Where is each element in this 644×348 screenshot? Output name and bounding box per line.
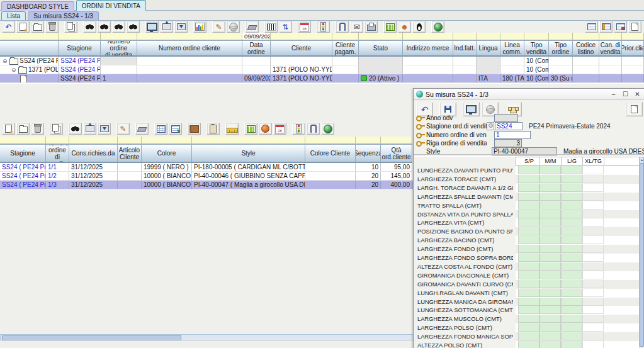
measure-cell-mm[interactable]	[539, 193, 561, 201]
table-next-icon[interactable]	[169, 123, 182, 135]
minimize-button[interactable]: –	[609, 90, 618, 98]
measure-cell-sp[interactable]	[518, 262, 539, 271]
eraser-icon[interactable]	[135, 123, 149, 135]
field-input-riga-ordine-di-vendita[interactable]: 3	[494, 139, 522, 147]
measure-cell-mm[interactable]	[539, 201, 561, 210]
filter-cell-articolo[interactable]	[118, 137, 142, 144]
filter-cell-linea[interactable]	[500, 33, 524, 40]
open-folder-icon[interactable]	[16, 123, 30, 135]
measure-cell-lg[interactable]	[561, 210, 582, 218]
column-header-cliente[interactable]: Cliente	[271, 40, 332, 57]
find-all-icon[interactable]	[127, 21, 140, 33]
measure-cell-sp[interactable]	[518, 218, 539, 227]
measure-cell-lg[interactable]	[561, 184, 582, 192]
measure-cell-sp[interactable]	[518, 298, 539, 306]
find-filter-icon[interactable]	[112, 21, 125, 33]
column-header-clipag[interactable]: Cliente pagam.	[332, 40, 359, 57]
measure-cell-mm[interactable]	[539, 166, 561, 174]
horizontal-scrollbar[interactable]	[0, 334, 414, 340]
measure-cell-lg[interactable]	[561, 323, 582, 332]
measure-cell-lg[interactable]	[561, 193, 582, 201]
open-folder-icon[interactable]	[31, 21, 44, 33]
character-icon[interactable]: ☻	[398, 21, 411, 33]
attachment-icon[interactable]	[336, 21, 349, 33]
column-header-numero[interactable]: Numero ordine di vendita	[46, 144, 69, 163]
column-header-lingua[interactable]: Lingua	[477, 40, 500, 57]
column-header-stagione[interactable]: Stagione	[59, 40, 101, 57]
column-header-codlist[interactable]: Codice listino	[573, 40, 599, 57]
tree-toggle-icon[interactable]: ⊖	[11, 66, 17, 74]
dialog-title-bar[interactable]: Su misura SS24 - 1/3 – ☐ ✕	[414, 89, 644, 100]
measure-cell-lg[interactable]	[561, 262, 582, 271]
globe-icon[interactable]	[321, 123, 334, 135]
measure-cell-mm[interactable]	[539, 332, 561, 340]
measure-cell-sp[interactable]	[518, 289, 539, 297]
field-input-numero-ordine-di-vendita[interactable]: 1	[494, 131, 531, 139]
filter-cell-numcli[interactable]	[137, 33, 242, 40]
column-header-numcli[interactable]: Numero ordine cliente	[137, 40, 242, 57]
export-icon[interactable]	[174, 21, 188, 33]
measure-cell-sp[interactable]	[518, 271, 539, 279]
measure-cell-sp[interactable]	[518, 341, 539, 348]
filter-cell-cliente[interactable]	[271, 33, 332, 40]
column-header-prior[interactable]: Prior.clie	[622, 40, 644, 57]
column-header-stato[interactable]: Stato	[359, 40, 403, 57]
measure-cell-mm[interactable]	[539, 298, 561, 306]
calendar-icon[interactable]: 28	[273, 123, 286, 135]
column-header-tree[interactable]	[0, 40, 59, 57]
filter-cell-colore[interactable]	[142, 137, 192, 144]
measure-cell-lg[interactable]	[561, 332, 582, 340]
column-header-tipovend[interactable]: Tipo vendita	[524, 40, 549, 57]
field-input-stagione-ord-di-vendita[interactable]: SS24	[495, 122, 523, 130]
order-tree-row[interactable]: ⊖1371 (POLO NO-YYSS24 (PE24 Prima...1371…	[0, 65, 644, 74]
book-icon[interactable]	[188, 123, 201, 135]
order-tree-row[interactable]: SS24 (PE24 Prima...109/09/20251371 (POLO…	[0, 74, 644, 83]
filter-cell-prior[interactable]	[622, 33, 644, 40]
measure-cell-sp[interactable]	[518, 210, 539, 218]
measure-cell-lg[interactable]	[561, 341, 582, 348]
measure-cell-sp[interactable]	[518, 193, 539, 201]
measure-cell-sp[interactable]	[518, 280, 539, 288]
measure-cell-sp[interactable]	[518, 201, 539, 210]
filter-cell-colorecli[interactable]	[305, 137, 356, 144]
measure-cell-sp[interactable]	[518, 166, 539, 174]
undo-icon[interactable]: ↶	[2, 21, 15, 33]
filter-cell-indmerce[interactable]	[403, 33, 453, 40]
ruler-icon[interactable]	[225, 123, 239, 135]
measure-cell-lg[interactable]	[561, 175, 582, 183]
measure-cell-mm[interactable]	[539, 289, 561, 297]
measure-cell-mm[interactable]	[539, 175, 561, 183]
measure-cell-lg[interactable]	[561, 201, 582, 210]
filter-cell-lingua[interactable]	[477, 33, 500, 40]
measure-cell-sp[interactable]	[518, 236, 539, 244]
measure-cell-lg[interactable]	[561, 298, 582, 306]
column-header-indmerce[interactable]: Indirizzo merce	[403, 40, 453, 57]
measure-cell-mm[interactable]	[539, 323, 561, 332]
filter-cell-clipag[interactable]	[332, 33, 359, 40]
measure-cell-lg[interactable]	[561, 280, 582, 288]
export-icon[interactable]	[98, 123, 111, 135]
measure-cell-lg[interactable]	[561, 254, 582, 262]
order-tree-row[interactable]: ⊖SS24 (PE24 Primavera-SS24 (PE24 Prima..…	[0, 57, 644, 65]
order-line-row[interactable]: SS24 ( PE24 Primaver...1/131/12/20251999…	[0, 163, 413, 172]
delete-icon[interactable]	[31, 123, 44, 135]
view-split-icon[interactable]	[614, 21, 627, 33]
measure-cell-lg[interactable]	[561, 306, 582, 314]
edit-notes-icon[interactable]: ✎	[212, 21, 225, 33]
import-icon[interactable]	[83, 123, 96, 135]
eraser-icon[interactable]	[246, 21, 259, 33]
tab-ordini-di-vendita[interactable]: ORDINI DI VENDITA	[76, 0, 146, 11]
measure-cell-lg[interactable]	[561, 271, 582, 279]
measure-cell-mm[interactable]	[539, 271, 561, 279]
view-doc-icon[interactable]	[628, 21, 641, 33]
column-header-data[interactable]: Data ordine	[242, 40, 271, 57]
measure-cell-mm[interactable]	[539, 254, 561, 262]
barcode-icon[interactable]	[264, 21, 278, 33]
column-header-stagione[interactable]: Stagione	[0, 144, 46, 163]
filter-cell-data[interactable]: 09/09/2025	[242, 33, 271, 40]
view-form-icon[interactable]	[599, 21, 613, 33]
tab-dashboard-style[interactable]: DASHBOARD STYLE	[1, 1, 74, 11]
measure-cell-lg[interactable]	[561, 218, 582, 227]
table-grid-icon[interactable]	[154, 123, 167, 135]
measure-cell-mm[interactable]	[539, 280, 561, 288]
